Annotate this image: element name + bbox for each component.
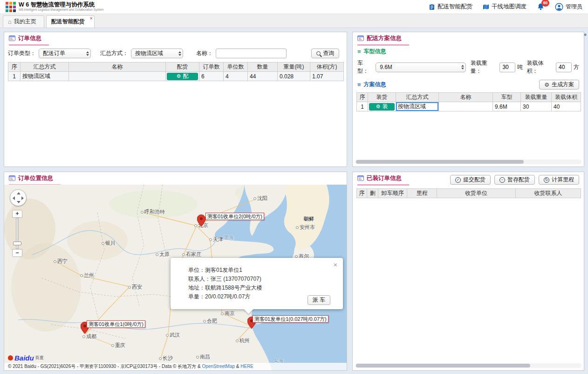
load-goods-button[interactable]: ⚙ 装: [369, 103, 395, 111]
app-header: W 6 智慧物流管理与协作系统 W6 Intelligent Logistics…: [0, 0, 588, 14]
summary-mode-cell[interactable]: 按物流区域: [396, 102, 439, 111]
plan-table-header-row: 序 装货 汇总方式 名称 车型 装载重量 装载体积: [357, 93, 581, 102]
vehicle-type-section-title: ≡ 车型信息: [353, 45, 584, 56]
map-panel-title: 订单位置信息: [9, 174, 61, 186]
clipboard-icon: [429, 4, 435, 10]
tab-delivery-dispatch-label: 配送智能配货: [51, 18, 85, 26]
tab-close-icon[interactable]: ×: [89, 16, 92, 21]
order-location-panel: 订单位置信息: [4, 172, 347, 371]
nav-delivery-dispatch[interactable]: 配送智能配货: [429, 3, 472, 11]
popup-unit-row: 单位：测客01发单位1: [188, 266, 334, 275]
load-weight-unit: 吨: [517, 63, 523, 71]
scrollbar-thumb[interactable]: [356, 160, 524, 164]
user-menu[interactable]: 管理员: [555, 3, 582, 11]
user-icon: [555, 3, 563, 11]
load-weight-label: 装载重量：: [471, 59, 498, 75]
load-weight-input[interactable]: [499, 62, 515, 72]
delivery-plan-panel: 配送方案信息 ≡ 车型信息 车型： 9.6M 装载重量： 吨 装载体积： 方 ≡…: [352, 32, 584, 167]
tab-bar: ⌂ 我的主页 配送智能配货 ×: [0, 14, 588, 28]
map-icon: [483, 4, 489, 10]
tab-delivery-dispatch[interactable]: 配送智能配货 ×: [46, 15, 95, 28]
load-volume-unit: 方: [574, 63, 579, 71]
zoom-slider-thumb[interactable]: [13, 242, 21, 245]
map-city-label: 南昌: [196, 353, 210, 360]
notifications-button[interactable]: 60: [537, 3, 545, 11]
summary-mode-label: 汇总方式：: [100, 49, 128, 57]
refresh-circle-icon: ↻: [544, 177, 549, 183]
gear-icon: ⚙: [376, 104, 381, 109]
map-region-label: 朝鲜: [304, 215, 314, 222]
tab-home[interactable]: ⌂ 我的主页: [3, 15, 44, 28]
notification-badge: 60: [541, 0, 549, 7]
generate-plan-button[interactable]: ⚙ 生成方案: [539, 80, 579, 90]
load-volume-input[interactable]: [556, 62, 572, 72]
order-table-row[interactable]: 1 按物流区域 ⚙ 配 6 4 44 0.028 1.07: [8, 72, 344, 81]
load-volume-label: 装载体积：: [526, 59, 554, 75]
zoom-in-button[interactable]: +: [12, 210, 22, 218]
form-icon: [357, 35, 364, 42]
map-city-label: 合肥: [203, 318, 217, 325]
pan-right-icon[interactable]: [21, 196, 24, 200]
map-marker-label[interactable]: 测客01收单位1(0吨/0方): [87, 320, 145, 328]
pan-down-icon[interactable]: [17, 201, 21, 203]
vehicle-type-select[interactable]: 9.6M: [376, 62, 466, 72]
map-marker-pin[interactable]: [197, 215, 205, 228]
app-logo: W 6 智慧物流管理与协作系统 W6 Intelligent Logistics…: [6, 2, 103, 12]
popup-contact-row: 联系人：张三 (13707070707): [188, 275, 334, 284]
gear-icon: ⚙: [544, 82, 549, 88]
pan-left-icon[interactable]: [13, 196, 15, 200]
dispatch-vehicle-button[interactable]: 派 车: [308, 295, 330, 305]
loaded-orders-table: 序 删 卸车顺序 里程 收货单位 收货联系人: [356, 188, 581, 198]
here-link[interactable]: HERE: [240, 364, 253, 369]
baidu-logo: Baidu 百度: [8, 354, 44, 362]
submit-allocation-button[interactable]: ✓ 提交配货: [450, 175, 491, 185]
osm-link[interactable]: OpenStreetMap: [202, 364, 235, 369]
order-info-panel: 订单信息 订单类型： 配送订单 汇总方式： 按物流区域 名称： 查询: [4, 32, 347, 167]
map-city-label: 兰州: [80, 272, 94, 279]
plan-panel-title: 配送方案信息: [357, 35, 409, 46]
map-city-label: 西宁: [54, 258, 68, 265]
order-table-header-row: 序 汇总方式 名称 配货 订单数 单位数 数量 重量(吨) 体积(方): [8, 62, 344, 72]
map-attribution: © 2021 Baidu - GS(2021)6026号 - 甲测资字11009…: [4, 363, 347, 370]
user-name: 管理员: [566, 3, 582, 11]
loaded-panel-title: 已装订单信息: [357, 174, 409, 186]
horizontal-scrollbar[interactable]: [355, 363, 581, 368]
map-city-label: 天津: [209, 236, 223, 243]
save-draft-allocation-button[interactable]: − 暂存配货: [494, 175, 535, 185]
map-info-popup: × 单位：测客01发单位1 联系人：张三 (13707070707) 地址：联航…: [171, 258, 343, 309]
nav-trunk-map[interactable]: 干线地图调度: [483, 3, 526, 11]
scrollbar-thumb[interactable]: [356, 364, 530, 367]
map-marker-label[interactable]: 测客01收单位2(0吨/0方): [205, 213, 264, 220]
pan-up-icon[interactable]: [17, 192, 21, 194]
popup-close-icon[interactable]: ×: [334, 262, 337, 268]
plan-table-row[interactable]: 1 ⚙ 装 按物流区域 9.6M 30 40: [357, 102, 581, 111]
order-type-select[interactable]: 配送订单: [39, 48, 91, 58]
baidu-map[interactable]: 沈阳 呼和浩特 北京 天津 朝鲜 安州市 首尔 渤海 银川 太原 石家庄 西宁 …: [4, 185, 347, 370]
form-icon: [357, 175, 364, 181]
map-city-label: 银川: [102, 240, 116, 247]
map-pan-control[interactable]: [10, 189, 27, 206]
map-marker-label[interactable]: 测客01发单位1(0.027吨/0.07方): [253, 315, 328, 323]
horizontal-scrollbar[interactable]: [355, 159, 581, 164]
map-city-label: 沈阳: [253, 195, 267, 202]
menu-icon: ≡: [357, 81, 361, 88]
nav-trunk-map-label: 干线地图调度: [492, 3, 526, 11]
map-city-label: 太原: [156, 251, 170, 258]
map-city-label: 重庆: [111, 342, 125, 349]
main-content: » 订单信息 订单类型： 配送订单 汇总方式： 按物流区域: [0, 28, 588, 374]
calculate-mileage-button[interactable]: ↻ 计算里程: [539, 175, 579, 185]
order-table: 序 汇总方式 名称 配货 订单数 单位数 数量 重量(吨) 体积(方) 1 按物…: [8, 62, 344, 81]
map-city-label: 武汉: [166, 332, 180, 339]
app-subtitle: W6 Intelligent Logistics Management and …: [19, 8, 103, 12]
form-icon: [9, 35, 15, 42]
logo-grid-icon: [6, 2, 16, 12]
loaded-orders-panel: 已装订单信息 ✓ 提交配货 − 暂存配货 ↻ 计算里程 序: [352, 172, 584, 371]
summary-mode-select[interactable]: 按物流区域: [131, 48, 183, 58]
select-arrows-icon: [178, 51, 181, 56]
assign-goods-button[interactable]: ⚙ 配: [167, 73, 198, 80]
order-type-label: 订单类型：: [8, 49, 36, 57]
search-button[interactable]: 查询: [311, 48, 339, 58]
name-filter-input[interactable]: [216, 48, 287, 58]
zoom-out-button[interactable]: −: [12, 249, 22, 257]
baidu-paw-icon: [8, 355, 13, 360]
